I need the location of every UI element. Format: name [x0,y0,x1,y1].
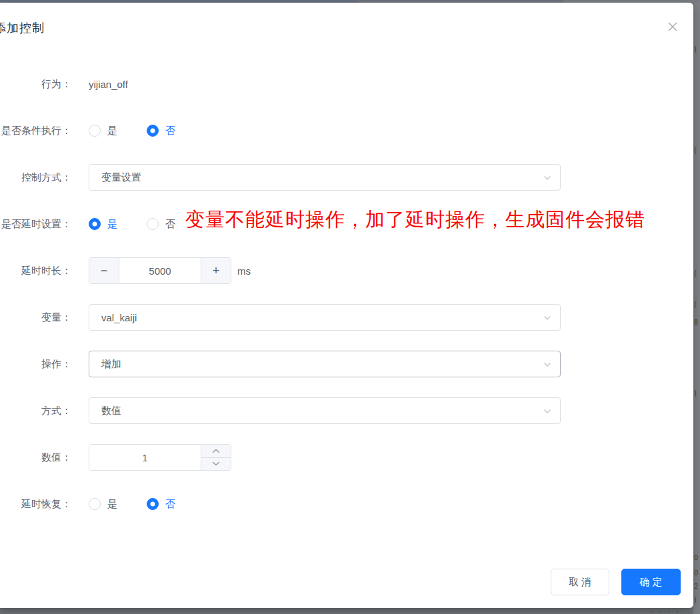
radio-icon [147,218,159,230]
value-increment-button[interactable] [201,445,231,458]
form-row-operation: 操作：增加 [0,351,693,377]
chevron-down-icon [542,406,553,417]
edge-fragment: 0 [694,554,698,561]
edge-fragment: - - - - [652,609,681,613]
radio-label: 否 [165,125,175,137]
chevron-down-icon [542,359,553,370]
radio-label: 是 [107,218,117,231]
conditional-execution-control: 是否 [89,125,175,137]
chevron-down-icon [542,313,553,323]
edge-fragment: 0 [694,569,698,577]
edge-fragment: ( [694,269,697,277]
cancel-button[interactable]: 取 消 [551,569,609,595]
form-row-behavior: 行为：yijian_off [0,71,693,97]
radio-label: 否 [165,218,175,231]
form-row-delay-restore: 延时恢复：是否 [0,491,693,517]
value-number-input [89,444,231,471]
variable-control: val_kaiji [89,304,561,331]
add-control-dialog: 添加控制 行为：yijian_off是否条件执行：是否控制方式：变量设置是否延时… [0,3,693,608]
radio-icon [89,498,101,510]
delay-setting-radio-no[interactable]: 否 [147,218,175,231]
control-mode-value: 变量设置 [101,171,141,184]
variable-label: 变量： [0,311,71,324]
delay-duration-input[interactable] [119,258,201,283]
delay-duration-label: 延时时长： [0,265,71,277]
delay-restore-control: 是否 [89,498,175,511]
edge-fragment: ( [694,301,697,308]
delay-duration-control: −+ms [89,257,251,284]
mode-control: 数值 [89,397,561,424]
edge-fragment: ( [694,147,697,154]
control-mode-select[interactable]: 变量设置 [89,164,561,191]
delay-restore-label: 延时恢复： [0,498,71,511]
mode-value: 数值 [101,405,121,417]
edge-fragment: 8 [694,319,698,326]
behavior-label: 行为： [0,78,71,91]
delay-setting-control: 是否 [89,218,175,231]
value-label: 数值： [0,451,71,464]
radio-label: 是 [107,125,117,137]
conditional-execution-radio-no[interactable]: 否 [147,125,175,137]
delay-restore-radio-yes[interactable]: 是 [89,498,117,511]
form-row-conditional-execution: 是否条件执行：是否 [0,117,693,144]
variable-select[interactable]: val_kaiji [89,304,561,331]
radio-icon [89,125,101,137]
delay-duration-decrease-button[interactable]: − [89,258,119,283]
delay-restore-radio-no[interactable]: 否 [147,498,175,511]
radio-label: 是 [107,498,117,511]
dialog-form: 行为：yijian_off是否条件执行：是否控制方式：变量设置是否延时设置：是否… [0,3,693,537]
edge-fragment: ) [694,389,697,397]
mode-select[interactable]: 数值 [89,397,561,424]
form-row-variable: 变量：val_kaiji [0,304,693,331]
form-row-delay-duration: 延时时长：−+ms [0,257,693,284]
spin-up-icon [212,449,220,453]
conditional-execution-label: 是否条件执行： [0,125,71,137]
radio-icon [147,498,159,510]
annotation-text: 变量不能延时操作，加了延时操作，生成固件会报错 [185,207,645,233]
value-input[interactable] [89,445,201,470]
operation-label: 操作： [0,358,71,371]
spin-down-icon [212,461,220,466]
value-control [89,444,231,471]
edge-fragment: ) [694,596,697,603]
operation-control: 增加 [89,351,561,377]
form-row-value: 数值： [0,444,693,471]
delay-setting-radio-yes[interactable]: 是 [89,218,117,231]
behavior-control: yijian_off [89,79,128,90]
behavior-value: yijian_off [89,79,128,90]
conditional-execution-radio-yes[interactable]: 是 [89,125,117,137]
control-mode-control: 变量设置 [89,164,561,191]
radio-label: 否 [165,498,175,511]
background-page-right-edge: )(((8)002) [693,3,700,614]
form-row-mode: 方式：数值 [0,397,693,424]
operation-select[interactable]: 增加 [89,351,561,377]
mode-label: 方式： [0,405,71,417]
radio-icon [89,218,101,230]
delay-duration-unit-label: ms [237,265,251,277]
value-spinner [201,445,231,470]
variable-value: val_kaiji [101,312,137,323]
value-decrement-button[interactable] [201,458,231,471]
confirm-button[interactable]: 确 定 [621,569,681,595]
delay-duration-increase-button[interactable]: + [201,258,231,283]
form-row-control-mode: 控制方式：变量设置 [0,164,693,191]
delay-setting-label: 是否延时设置： [0,218,71,231]
background-page-bottom-edge: - - - - [0,608,693,614]
control-mode-label: 控制方式： [0,171,71,184]
edge-fragment: ) [694,45,697,53]
edge-fragment: 2 [694,583,698,590]
form-row-delay-setting: 是否延时设置：是否变量不能延时操作，加了延时操作，生成固件会报错 [0,211,693,237]
chevron-down-icon [542,173,553,183]
delay-duration-stepper: −+ [89,257,231,284]
radio-icon [147,125,159,137]
operation-value: 增加 [101,358,121,371]
